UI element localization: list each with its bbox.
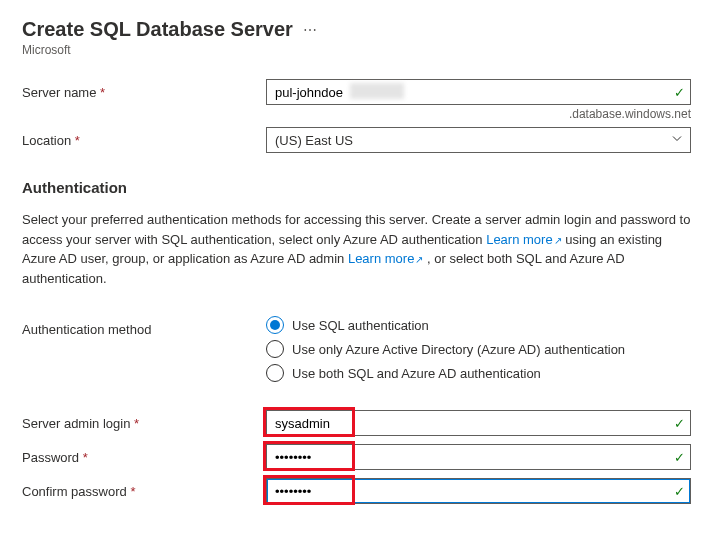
- location-select[interactable]: (US) East US: [266, 127, 691, 153]
- radio-both-auth[interactable]: Use both SQL and Azure AD authentication: [266, 364, 691, 382]
- admin-login-label: Server admin login *: [22, 410, 266, 431]
- auth-description: Select your preferred authentication met…: [22, 210, 691, 288]
- confirm-password-label: Confirm password *: [22, 478, 266, 499]
- radio-icon: [266, 364, 284, 382]
- radio-aad-only[interactable]: Use only Azure Active Directory (Azure A…: [266, 340, 691, 358]
- more-icon[interactable]: ⋯: [303, 22, 317, 38]
- confirm-password-input[interactable]: [266, 478, 691, 504]
- server-name-label: Server name *: [22, 79, 266, 100]
- server-name-input[interactable]: [266, 79, 691, 105]
- learn-more-link-2[interactable]: Learn more↗: [348, 251, 423, 266]
- password-input[interactable]: [266, 444, 691, 470]
- radio-label: Use SQL authentication: [292, 318, 429, 333]
- page-title: Create SQL Database Server: [22, 18, 293, 41]
- radio-label: Use both SQL and Azure AD authentication: [292, 366, 541, 381]
- auth-method-radio-group: Use SQL authentication Use only Azure Ac…: [266, 316, 691, 382]
- external-link-icon: ↗: [554, 235, 562, 246]
- location-label: Location *: [22, 127, 266, 148]
- page-subtitle: Microsoft: [22, 43, 691, 57]
- learn-more-link-1[interactable]: Learn more↗: [486, 232, 561, 247]
- admin-login-input[interactable]: [266, 410, 691, 436]
- radio-icon: [266, 316, 284, 334]
- radio-icon: [266, 340, 284, 358]
- server-name-suffix: .database.windows.net: [266, 107, 691, 121]
- password-label: Password *: [22, 444, 266, 465]
- radio-label: Use only Azure Active Directory (Azure A…: [292, 342, 625, 357]
- auth-method-label: Authentication method: [22, 316, 266, 337]
- auth-heading: Authentication: [22, 179, 691, 196]
- radio-sql-auth[interactable]: Use SQL authentication: [266, 316, 691, 334]
